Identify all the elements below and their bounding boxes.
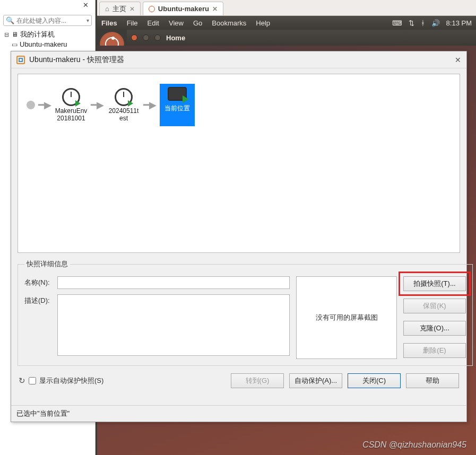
- snapshot-node[interactable]: 20240511test: [107, 88, 140, 122]
- tab-home[interactable]: ⌂ 主页 ✕: [99, 2, 141, 15]
- take-snapshot-button[interactable]: 拍摄快照(T)...: [403, 276, 466, 291]
- menu-bookmarks[interactable]: Bookmarks: [212, 19, 246, 27]
- window-minimize-icon[interactable]: [143, 34, 149, 41]
- window-close-icon[interactable]: [131, 34, 137, 41]
- snapshot-label: 20240511test: [107, 107, 140, 122]
- name-label: 名称(N):: [24, 276, 53, 287]
- current-state-label: 当前位置: [165, 104, 190, 113]
- history-icon: ↻: [19, 376, 25, 386]
- ubuntu-icon: [149, 6, 155, 12]
- snapshot-description-input[interactable]: [57, 294, 290, 356]
- snapshot-manager-dialog: Ubuntu-makeru - 快照管理器 ✕ ━▶ MakeruEnv2018…: [11, 51, 467, 422]
- snapshot-label: MakeruEnv20181001: [55, 107, 88, 122]
- library-search[interactable]: 🔍 ▾: [3, 15, 92, 26]
- show-autoprotect-label: 显示自动保护快照(S): [39, 376, 103, 386]
- snapshot-icon: [115, 88, 133, 106]
- monitor-icon: 🖥: [12, 31, 18, 38]
- dialog-titlebar[interactable]: Ubuntu-makeru - 快照管理器 ✕: [11, 51, 466, 68]
- keep-button: 保留(K): [403, 299, 466, 313]
- ubuntu-menu-bar: Files File Edit View Go Bookmarks Help ⌨…: [97, 16, 476, 30]
- snapshot-chain: ━▶ MakeruEnv20181001 ━▶ 20240511test ━▶ …: [27, 84, 451, 126]
- snapshot-preview: 没有可用的屏幕截图: [296, 276, 397, 359]
- snapshot-details-group: 快照详细信息 名称(N): 描述(D): 没有可用的屏幕截图 拍摄快照(T)..…: [18, 259, 473, 366]
- snapshot-tree-canvas[interactable]: ━▶ MakeruEnv20181001 ━▶ 20240511test ━▶ …: [18, 74, 460, 253]
- search-input[interactable]: [16, 17, 84, 24]
- window-title: Home: [166, 34, 185, 42]
- search-icon: 🔍: [6, 16, 14, 24]
- network-icon[interactable]: ⇅: [409, 19, 414, 27]
- dialog-bottom-row: ↻ 显示自动保护快照(S) 转到(G) 自动保护(A)... 关闭(C) 帮助: [11, 368, 466, 392]
- library-tree: ⊟ 🖥 我的计算机 ▭ Ubuntu-makeru: [2, 29, 93, 49]
- close-button[interactable]: 关闭(C): [348, 373, 401, 388]
- volume-icon[interactable]: 🔊: [431, 19, 440, 27]
- tab-label: Ubuntu-makeru: [158, 5, 209, 13]
- menu-file[interactable]: File: [127, 19, 138, 27]
- dialog-close-icon[interactable]: ✕: [455, 56, 461, 64]
- current-state-node[interactable]: 当前位置: [160, 84, 195, 126]
- menu-help[interactable]: Help: [256, 19, 270, 27]
- menu-go[interactable]: Go: [193, 19, 202, 27]
- autoprotect-button[interactable]: 自动保护(A)...: [289, 373, 342, 388]
- nautilus-titlebar: Home: [127, 30, 476, 46]
- vmware-logo-icon: [16, 56, 25, 64]
- home-icon: ⌂: [105, 5, 109, 13]
- goto-button: 转到(G): [231, 373, 284, 388]
- bluetooth-icon[interactable]: ᚼ: [421, 19, 425, 27]
- vmware-tab-strip: ⌂ 主页 ✕ Ubuntu-makeru ✕: [97, 0, 476, 16]
- clone-button[interactable]: 克隆(O)...: [403, 321, 466, 336]
- description-label: 描述(D):: [24, 294, 53, 305]
- menu-view[interactable]: View: [169, 19, 184, 27]
- keyboard-icon[interactable]: ⌨: [392, 19, 402, 27]
- status-bar: 已选中"当前位置": [11, 405, 466, 422]
- chevron-down-icon[interactable]: ▾: [86, 18, 89, 23]
- close-icon[interactable]: ✕: [83, 1, 89, 9]
- tab-close-icon[interactable]: ✕: [129, 5, 135, 13]
- tree-root-my-computer[interactable]: ⊟ 🖥 我的计算机: [2, 29, 93, 40]
- details-legend: 快照详细信息: [24, 259, 70, 269]
- snapshot-icon: [62, 88, 80, 106]
- snapshot-name-input[interactable]: [57, 276, 290, 289]
- app-name: Files: [101, 19, 117, 27]
- tab-close-icon[interactable]: ✕: [212, 5, 218, 13]
- preview-placeholder: 没有可用的屏幕截图: [316, 313, 378, 322]
- tree-label: 我的计算机: [20, 30, 55, 39]
- watermark-text: CSDN @qizhushaonian945: [362, 440, 466, 450]
- tree-item-ubuntu[interactable]: ▭ Ubuntu-makeru: [2, 40, 93, 49]
- window-maximize-icon[interactable]: [154, 34, 161, 41]
- show-autoprotect-checkbox[interactable]: [29, 377, 36, 384]
- arrow-icon: ━▶: [38, 99, 51, 111]
- tree-label: Ubuntu-makeru: [20, 40, 67, 48]
- help-button[interactable]: 帮助: [406, 373, 459, 388]
- tab-ubuntu-vm[interactable]: Ubuntu-makeru ✕: [143, 2, 223, 15]
- clock-text[interactable]: 8:13 PM: [446, 19, 472, 27]
- current-state-icon: [168, 87, 187, 101]
- vm-icon: ▭: [12, 41, 18, 48]
- dialog-title: Ubuntu-makeru - 快照管理器: [29, 55, 124, 65]
- menu-edit[interactable]: Edit: [148, 19, 159, 27]
- status-text: 已选中"当前位置": [16, 409, 70, 417]
- root-state-icon[interactable]: [27, 101, 35, 109]
- snapshot-node[interactable]: MakeruEnv20181001: [55, 88, 88, 122]
- tab-label: 主页: [112, 4, 126, 14]
- arrow-icon: ━▶: [143, 99, 157, 111]
- delete-button: 删除(E): [403, 343, 466, 358]
- arrow-icon: ━▶: [91, 99, 104, 111]
- collapse-icon[interactable]: ⊟: [3, 31, 10, 38]
